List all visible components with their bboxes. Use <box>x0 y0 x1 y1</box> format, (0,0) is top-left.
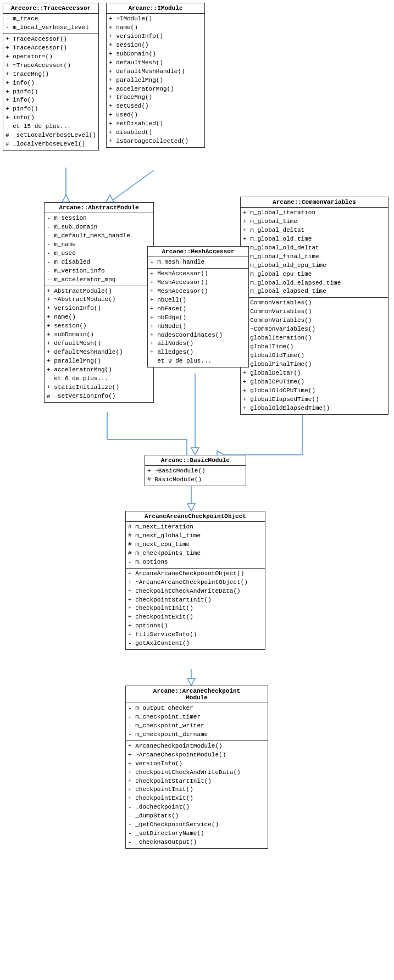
mesh-accessor-title: Arcane::MeshAccessor <box>148 247 248 257</box>
method-item: + globalCPUTime() <box>243 378 386 387</box>
svg-line-2 <box>110 170 154 202</box>
method-item: + nodesCoordinates() <box>150 331 246 340</box>
method-item: - _getCheckpointService() <box>128 821 265 829</box>
method-item: - _checkHasOutput() <box>128 838 265 847</box>
field-item: + m_global_old_deltat <box>243 244 386 253</box>
method-item: + checkpointStartInit() <box>128 596 263 605</box>
checkpoint-module-title-line1: Arcane::ArcaneCheckpoint <box>129 688 264 694</box>
method-item: + checkpointInit() <box>128 786 265 794</box>
method-item: - _dumpStats() <box>128 812 265 821</box>
trace-accessor-fields: - m_trace - m_local_verbose_level <box>3 14 98 34</box>
method-item: + allNodes() <box>150 339 246 348</box>
common-variables-methods: + CommonVariables() + CommonVariables() … <box>241 298 388 414</box>
field-item: - m_accelerator_mng <box>47 276 151 285</box>
method-item: + subDomain() <box>109 50 202 59</box>
field-item: - m_local_verbose_level <box>5 24 96 32</box>
method-item: + info() <box>5 114 96 122</box>
method-item: + MeshAccessor() <box>150 279 246 287</box>
svg-marker-16 <box>187 678 195 686</box>
abstract-module-methods: + AbstractModule() + ~AbstractModule() +… <box>45 286 153 402</box>
checkpoint-module-box: Arcane::ArcaneCheckpoint Module - m_outp… <box>125 686 268 849</box>
method-item: + parallelMng() <box>47 357 151 366</box>
trace-accessor-methods: + TraceAccessor() + TraceAccessor() + op… <box>3 34 98 150</box>
method-item: + ArcaneCheckpointModule() <box>128 742 265 751</box>
method-item: + ~IModule() <box>109 15 202 24</box>
method-item: + checkpointCheckAndWriteData() <box>128 587 263 596</box>
method-item: + isGarbageCollected() <box>109 137 202 146</box>
field-item: + m_global_final_time <box>243 253 386 261</box>
method-item: + checkpointStartInit() <box>128 777 265 786</box>
field-item: - m_checkpoint_dirname <box>128 731 265 739</box>
field-item: - m_mesh_handle <box>150 258 246 267</box>
method-item: + name() <box>109 24 202 32</box>
method-item: + globalOldCPUTime() <box>243 387 386 396</box>
imodule-methods: + ~IModule() + name() + versionInfo() + … <box>107 14 204 147</box>
checkpoint-module-title: Arcane::ArcaneCheckpoint Module <box>126 686 268 703</box>
checkpoint-object-title: ArcaneArcaneCheckpointObject <box>126 511 265 522</box>
field-item: + m_global_deltat <box>243 226 386 235</box>
method-item: + ~TraceAccessor() <box>5 62 96 70</box>
method-item: + globalOldElapsedTime() <box>243 404 386 413</box>
method-item: + checkpointInit() <box>128 604 263 613</box>
method-item: + pinfo() <box>5 88 96 97</box>
method-item: + checkpointExit() <box>128 794 265 803</box>
field-item: + m_global_cpu_time <box>243 270 386 279</box>
imodule-box: Arcane::IModule + ~IModule() + name() + … <box>106 3 205 148</box>
method-item: + AbstractModule() <box>47 287 151 296</box>
checkpoint-object-fields: # m_next_iteration # m_next_global_time … <box>126 522 265 569</box>
method-item: + nbCell() <box>150 296 246 305</box>
method-item: + defaultMeshHandle() <box>47 348 151 357</box>
method-item: + disabled() <box>109 129 202 137</box>
method-item: + ~ArcaneArcaneCheckpointObject() <box>128 578 263 587</box>
method-item: + info() <box>5 96 96 105</box>
method-item: + MeshAccessor() <box>150 270 246 279</box>
method-item: + parallelMng() <box>109 76 202 85</box>
abstract-module-fields: - m_session - m_sub_domain - m_default_m… <box>45 213 153 286</box>
method-item: + session() <box>109 41 202 50</box>
method-item: + acceleratorMng() <box>47 366 151 375</box>
method-item: + defaultMesh() <box>47 339 151 348</box>
svg-marker-14 <box>187 504 195 511</box>
field-item: # m_next_cpu_time <box>128 541 263 549</box>
method-item: + ArcaneArcaneCheckpointObject() <box>128 570 263 578</box>
field-item: - m_output_checker <box>128 704 265 713</box>
method-item: # _localVerboseLevel() <box>5 140 96 149</box>
method-item: + allEdges() <box>150 348 246 357</box>
method-item: + operator=() <box>5 53 96 62</box>
checkpoint-module-fields: - m_output_checker - m_checkpoint_timer … <box>126 703 268 741</box>
method-item: + globalDeltaT() <box>243 369 386 378</box>
method-item: + checkpointCheckAndWriteData() <box>128 769 265 777</box>
basic-module-title: Arcane::BasicModule <box>145 455 246 466</box>
method-item: + options() <box>128 622 263 631</box>
method-item: + globalIteration() <box>243 334 386 343</box>
method-item: + session() <box>47 322 151 331</box>
method-item: + globalFinalTime() <box>243 360 386 369</box>
imodule-title: Arcane::IModule <box>107 3 204 14</box>
common-variables-box: Arcane::CommonVariables + m_global_itera… <box>240 197 389 415</box>
method-item: + ~CommonVariables() <box>243 325 386 334</box>
field-item: - m_checkpoint_writer <box>128 722 265 731</box>
method-item: + name() <box>47 313 151 322</box>
method-item: + subDomain() <box>47 331 151 339</box>
method-item: + globalTime() <box>243 343 386 352</box>
mesh-accessor-box: Arcane::MeshAccessor - m_mesh_handle + M… <box>147 246 249 368</box>
method-item: # _setVersionInfo() <box>47 392 151 401</box>
method-item: + fillServiceInfo() <box>128 631 263 639</box>
method-item: et 6 de plus... <box>47 375 151 383</box>
method-item: - _doCheckpoint() <box>128 803 265 812</box>
checkpoint-object-methods: + ArcaneArcaneCheckpointObject() + ~Arca… <box>126 569 265 649</box>
method-item: # _setLocalVerboseLevel() <box>5 131 96 140</box>
method-item: - getAxlContent() <box>128 639 263 648</box>
field-item: # m_next_global_time <box>128 532 263 541</box>
mesh-accessor-fields: - m_mesh_handle <box>148 257 248 269</box>
field-item: - m_session <box>47 214 151 223</box>
method-item: + versionInfo() <box>128 760 265 769</box>
abstract-module-title: Arcane::AbstractModule <box>45 203 153 213</box>
field-item: + m_global_time <box>243 218 386 226</box>
method-item: + ~BasicModule() <box>147 467 243 476</box>
method-item: et 9 de plus... <box>150 357 246 366</box>
method-item: + CommonVariables() <box>243 308 386 316</box>
field-item: + m_global_iteration <box>243 209 386 218</box>
method-item: + staticInitialize() <box>47 383 151 392</box>
method-item: - _setDirectoryName() <box>128 829 265 838</box>
